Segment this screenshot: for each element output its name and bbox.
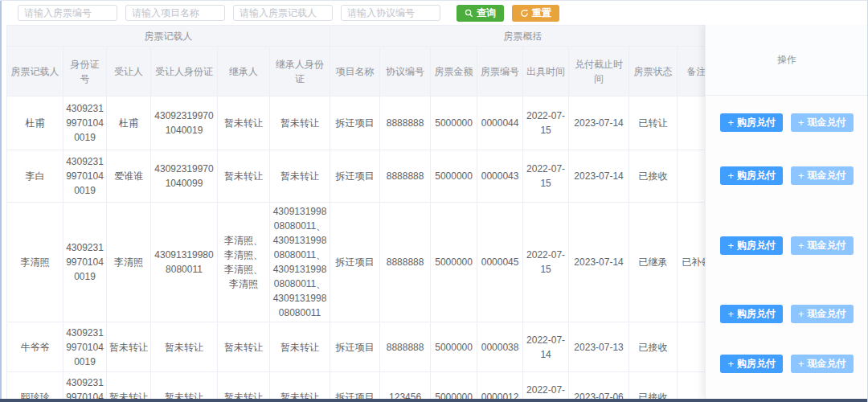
cell-holder-id: 430923199701040019 (63, 96, 107, 150)
cell-issue-date: 2022-07-15 (523, 150, 569, 203)
buy-redeem-label: 购房兑付 (737, 169, 776, 183)
col-ticket-no: 房票编号 (477, 47, 523, 96)
plus-icon: + (798, 358, 805, 370)
cell-ticket-no: 0000045 (477, 203, 523, 322)
cell-agreement-no: 8888888 (380, 203, 431, 322)
cell-project: 拆迁项目 (330, 372, 380, 400)
agreement-no-input[interactable] (341, 5, 440, 21)
project-name-input[interactable] (125, 5, 225, 21)
cell-holder: 杜甫 (7, 96, 63, 150)
cell-status: 已接收 (629, 372, 678, 400)
cell-ticket-no: 0000012 (477, 372, 523, 400)
cash-redeem-button[interactable]: +现金兑付 (791, 236, 854, 255)
group-header-recorder: 房票记载人 (7, 26, 330, 47)
query-button-label: 查询 (477, 6, 496, 20)
plus-icon: + (798, 240, 805, 252)
cell-transferee: 杜甫 (107, 96, 151, 150)
cell-project: 拆迁项目 (330, 96, 380, 150)
cash-redeem-label: 现金兑付 (808, 169, 846, 183)
operations-row: +购房兑付 +现金兑付 (706, 96, 868, 150)
cell-agreement-no: 8888888 (380, 96, 431, 150)
buy-redeem-label: 购房兑付 (737, 116, 776, 129)
table-row: 熙珍珍 430923199701040019 暂未转让 暂未转让 暂未转让 暂未… (7, 372, 716, 400)
cell-holder-id: 430923199701040019 (63, 150, 107, 203)
cell-status: 已转让 (629, 96, 678, 150)
cell-transferee-id: 暂未转让 (151, 372, 218, 400)
cell-transferee-id: 430913199808080011 (151, 203, 218, 322)
cell-agreement-no: 8888888 (380, 150, 431, 203)
cell-status: 已接收 (629, 150, 678, 203)
cell-amount: 5000000 (431, 150, 477, 203)
cell-ticket-no: 0000044 (477, 96, 523, 150)
cell-heir-id: 暂未转让 (270, 372, 330, 400)
cell-heir-id: 430913199808080011、430913199808080011、43… (270, 203, 330, 322)
cash-redeem-button[interactable]: +现金兑付 (791, 113, 854, 132)
cell-status: 已接收 (629, 322, 678, 372)
reset-button-label: 重置 (532, 6, 551, 20)
operations-row: +购房兑付 +现金兑付 (706, 338, 868, 389)
cash-redeem-button[interactable]: +现金兑付 (791, 305, 854, 323)
reset-button[interactable]: 重置 (512, 5, 559, 22)
cell-holder: 熙珍珍 (7, 372, 63, 400)
cash-redeem-button[interactable]: +现金兑付 (791, 166, 854, 185)
ticket-no-input[interactable] (18, 5, 117, 21)
col-transferee-id: 受让人身份证 (151, 47, 218, 96)
cell-heir-id: 暂未转让 (270, 322, 330, 372)
buy-redeem-label: 购房兑付 (737, 357, 776, 371)
col-project: 项目名称 (330, 47, 380, 96)
operations-row (706, 389, 868, 399)
buy-redeem-button[interactable]: +购房兑付 (720, 236, 783, 255)
col-heir-id: 继承人身份证 (270, 47, 330, 96)
search-bar: 查询 重置 (0, 1, 867, 25)
cell-ticket-no: 0000043 (477, 150, 523, 203)
table-row: 牛爷爷 430923199701040019 暂未转让 暂未转让 暂未转让 暂未… (7, 322, 716, 372)
cash-redeem-button[interactable]: +现金兑付 (791, 355, 854, 373)
cell-transferee-id: 430923199701040099 (151, 150, 218, 203)
buy-redeem-button[interactable]: +购房兑付 (720, 166, 783, 185)
group-header-row: 房票记载人 房票概括 (7, 26, 716, 47)
cell-amount: 5000000 (431, 372, 477, 400)
buy-redeem-button[interactable]: +购房兑付 (720, 305, 783, 323)
plus-icon: + (798, 170, 805, 182)
cell-heir: 暂未转让 (218, 322, 270, 372)
buy-redeem-label: 购房兑付 (737, 239, 776, 252)
cell-project: 拆迁项目 (330, 322, 380, 372)
plus-icon: + (727, 170, 734, 182)
refresh-icon (520, 9, 529, 18)
cell-agreement-no: 123456 (380, 372, 431, 400)
col-holder: 房票记载人 (7, 47, 63, 96)
cash-redeem-label: 现金兑付 (808, 239, 846, 252)
cell-amount: 5000000 (431, 322, 477, 372)
cell-status: 已继承 (629, 203, 678, 322)
col-deadline: 兑付截止时间 (569, 47, 629, 96)
operations-row: +购房兑付 +现金兑付 (706, 202, 868, 289)
col-transferee: 受让人 (107, 47, 151, 96)
cell-deadline: 2023-07-13 (569, 322, 629, 372)
cell-holder: 李清照 (7, 203, 63, 322)
query-button[interactable]: 查询 (457, 5, 504, 22)
operations-panel: 操作 +购房兑付 +现金兑付 +购房兑付 +现金兑付 +购房兑付 +现金兑付 +… (705, 25, 868, 399)
operations-row: +购房兑付 +现金兑付 (706, 289, 868, 338)
cell-deadline: 2023-07-06 (569, 372, 629, 400)
col-holder-id: 身份证号 (63, 47, 107, 96)
cell-project: 拆迁项目 (330, 150, 380, 203)
col-heir: 继承人 (218, 47, 270, 96)
buy-redeem-button[interactable]: +购房兑付 (720, 355, 783, 373)
plus-icon: + (727, 308, 734, 320)
cell-issue-date: 2022-07-14 (523, 322, 569, 372)
plus-icon: + (727, 240, 734, 252)
holder-name-input[interactable] (233, 5, 333, 21)
cell-deadline: 2023-07-14 (569, 150, 629, 203)
buy-redeem-label: 购房兑付 (737, 307, 776, 321)
cash-redeem-label: 现金兑付 (808, 307, 846, 321)
buy-redeem-button[interactable]: +购房兑付 (720, 113, 783, 132)
cell-project: 拆迁项目 (330, 203, 380, 322)
col-status: 房票状态 (629, 47, 678, 96)
col-amount: 房票金额 (431, 47, 477, 96)
cell-holder-id: 430923199701040019 (63, 372, 107, 400)
cell-heir: 暂未转让 (218, 96, 270, 150)
horizontal-scrollbar[interactable] (0, 399, 867, 402)
cell-heir-id: 暂未转让 (270, 150, 330, 203)
cell-holder-id: 430923199701040019 (63, 322, 107, 372)
cell-amount: 5000000 (431, 203, 477, 322)
